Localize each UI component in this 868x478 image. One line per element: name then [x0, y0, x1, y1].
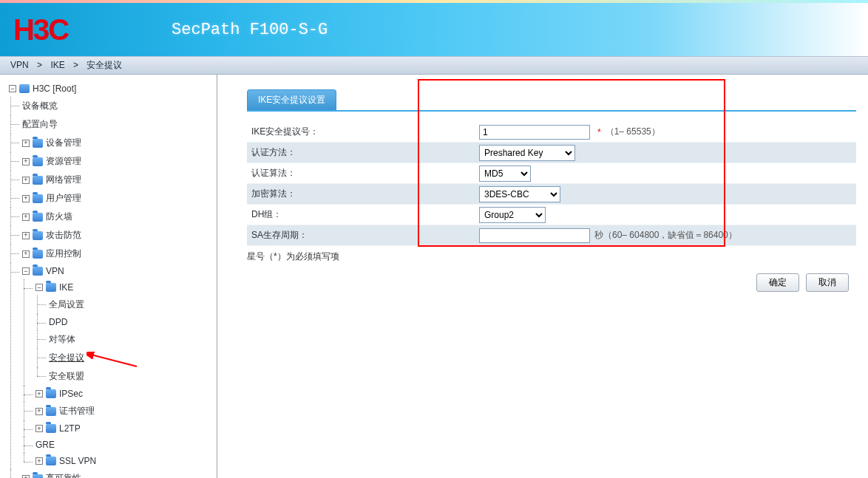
select-auth-algo[interactable]: MD5	[479, 165, 531, 182]
tree-label: 用户管理	[46, 192, 81, 205]
tree-leaf[interactable]: DPD	[46, 314, 217, 330]
breadcrumb-sep: >	[73, 60, 78, 70]
sidebar: − H3C [Root] 设备概览 配置向导 +设备管理 +资源管理 +网络管理…	[0, 75, 217, 478]
tree-item[interactable]: +防火墙	[19, 208, 217, 226]
collapse-icon[interactable]: −	[22, 267, 30, 275]
breadcrumb-sep: >	[37, 60, 42, 70]
select-auth-method[interactable]: Preshared Key	[479, 145, 575, 161]
header: H3C SecPath F100-S-G	[0, 3, 868, 56]
tree-leaf[interactable]: 全局设置	[46, 296, 217, 314]
folder-icon	[33, 231, 43, 240]
tab-ike-proposal[interactable]: IKE安全提议设置	[247, 89, 336, 110]
collapse-icon[interactable]: −	[9, 85, 16, 92]
tree-item[interactable]: +应用控制	[19, 245, 217, 263]
folder-icon	[33, 250, 43, 259]
tab-strip: IKE安全提议设置	[247, 89, 856, 112]
label-auth-algo: 认证算法：	[250, 167, 479, 180]
folder-icon	[46, 407, 56, 416]
folder-icon	[33, 267, 43, 276]
required-star-icon: *	[597, 127, 601, 137]
tree-label: IPSec	[59, 389, 83, 399]
tree-item[interactable]: +网络管理	[19, 171, 217, 189]
select-dh[interactable]: Group2	[479, 207, 546, 223]
tree-label: 防火墙	[46, 211, 72, 223]
tree-leaf[interactable]: GRE	[33, 437, 217, 453]
folder-icon	[33, 474, 43, 479]
folder-icon	[33, 139, 43, 148]
expand-icon[interactable]: +	[22, 214, 30, 221]
row-sa-lifetime: SA生存周期： 秒（60– 604800，缺省值＝86400）	[247, 225, 856, 246]
expand-icon[interactable]: +	[35, 408, 43, 415]
folder-icon	[46, 389, 56, 398]
main-content: IKE安全提议设置 IKE安全提议号： * （1– 65535） 认证方法： P…	[217, 75, 868, 478]
label-sa-lifetime: SA生存周期：	[250, 229, 479, 242]
tree-label: 安全提议	[49, 352, 84, 364]
tree-label: 安全联盟	[49, 370, 84, 383]
expand-icon[interactable]: +	[22, 232, 30, 239]
breadcrumb: VPN > IKE > 安全提议	[0, 56, 868, 75]
tree-item[interactable]: +资源管理	[19, 152, 217, 171]
tree-leaf-active[interactable]: 安全提议	[46, 349, 217, 367]
expand-icon[interactable]: +	[35, 457, 43, 465]
breadcrumb-item[interactable]: VPN	[10, 60, 29, 70]
expand-icon[interactable]: +	[35, 390, 43, 397]
tree-leaf[interactable]: 安全联盟	[46, 367, 217, 386]
tree-item[interactable]: 设备概览	[19, 97, 217, 115]
input-sa-lifetime[interactable]	[479, 228, 590, 243]
folder-icon	[46, 283, 56, 292]
hint-proposal: （1– 65535）	[606, 126, 660, 138]
expand-icon[interactable]: +	[22, 475, 30, 479]
tree-root[interactable]: − H3C [Root] 设备概览 配置向导 +设备管理 +资源管理 +网络管理…	[6, 81, 217, 478]
footnote-required: 星号（*）为必须填写项	[247, 250, 856, 263]
label-proposal: IKE安全提议号：	[250, 126, 479, 138]
expand-icon[interactable]: +	[22, 250, 30, 258]
tree-item[interactable]: +设备管理	[19, 134, 217, 152]
collapse-icon[interactable]: −	[35, 284, 43, 291]
tree-item[interactable]: +证书管理	[33, 402, 217, 420]
ok-button[interactable]: 确定	[756, 273, 799, 292]
tree-label: 证书管理	[59, 405, 95, 417]
row-auth-method: 认证方法： Preshared Key	[247, 143, 856, 163]
brand-logo: H3C	[13, 13, 68, 47]
hint-sa-lifetime: 秒（60– 604800，缺省值＝86400）	[594, 229, 737, 242]
root-icon	[19, 84, 30, 93]
tree-leaf[interactable]: 对等体	[46, 330, 217, 349]
tree-item[interactable]: +SSL VPN	[33, 453, 217, 469]
tree-item-ike[interactable]: −IKE 全局设置 DPD 对等体 安全提议 安全联盟	[33, 279, 217, 386]
tree-label: L2TP	[59, 423, 81, 434]
tree-item[interactable]: +IPSec	[33, 386, 217, 402]
tree-item[interactable]: +攻击防范	[19, 226, 217, 245]
cancel-button[interactable]: 取消	[806, 273, 849, 292]
tree-item[interactable]: 配置向导	[19, 115, 217, 134]
row-enc-algo: 加密算法： 3DES-CBC	[247, 184, 856, 205]
row-dh: DH组： Group2	[247, 205, 856, 225]
tree-item[interactable]: +用户管理	[19, 189, 217, 208]
button-row: 确定 取消	[247, 273, 856, 292]
select-enc-algo[interactable]: 3DES-CBC	[479, 186, 560, 202]
row-auth-algo: 认证算法： MD5	[247, 163, 856, 184]
expand-icon[interactable]: +	[22, 195, 30, 202]
expand-icon[interactable]: +	[22, 140, 30, 147]
tree-item[interactable]: +高可靠性	[19, 469, 217, 478]
tree-item-vpn[interactable]: −VPN −IKE 全局设置 DPD 对等体 安全提议 安全联	[19, 263, 217, 469]
tree-label: 高可靠性	[46, 472, 81, 478]
tree-label: 设备管理	[46, 137, 81, 149]
label-auth-method: 认证方法：	[250, 146, 479, 159]
folder-icon	[33, 194, 43, 203]
breadcrumb-item[interactable]: IKE	[50, 60, 64, 70]
tree-label: 攻击防范	[46, 229, 81, 242]
folder-icon	[46, 424, 56, 433]
tree-label: GRE	[35, 440, 55, 450]
label-enc-algo: 加密算法：	[250, 188, 479, 200]
tree-label: 设备概览	[22, 100, 58, 112]
tree-label: 网络管理	[46, 174, 81, 186]
tree-label: 对等体	[49, 333, 75, 346]
breadcrumb-item: 安全提议	[87, 60, 122, 70]
expand-icon[interactable]: +	[22, 158, 30, 165]
expand-icon[interactable]: +	[35, 425, 43, 432]
expand-icon[interactable]: +	[22, 177, 30, 184]
row-proposal: IKE安全提议号： * （1– 65535）	[247, 122, 856, 143]
tree-label: 应用控制	[46, 247, 81, 260]
input-proposal[interactable]	[479, 125, 590, 140]
tree-item[interactable]: +L2TP	[33, 420, 217, 437]
